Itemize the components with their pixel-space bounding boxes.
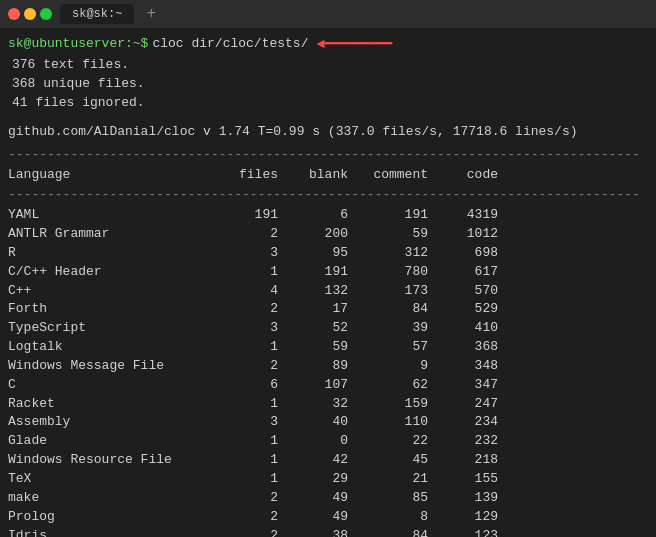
row-comment: 85 [358, 489, 438, 508]
row-files: 2 [228, 300, 288, 319]
stats-lines: 376 text files. 368 unique files. 41 fil… [8, 56, 648, 113]
row-code: 570 [438, 282, 508, 301]
table-row: Idris 2 38 84 123 [8, 527, 648, 537]
row-files: 1 [228, 432, 288, 451]
maximize-button[interactable] [40, 8, 52, 20]
prompt-user-host: sk@ubuntuserver:~$ [8, 35, 148, 54]
row-blank: 0 [288, 432, 358, 451]
row-files: 1 [228, 395, 288, 414]
row-comment: 173 [358, 282, 438, 301]
row-lang: Assembly [8, 413, 228, 432]
col-code-header: code [438, 166, 508, 185]
row-comment: 312 [358, 244, 438, 263]
row-blank: 200 [288, 225, 358, 244]
row-comment: 159 [358, 395, 438, 414]
row-files: 191 [228, 206, 288, 225]
row-comment: 8 [358, 508, 438, 527]
arrow-icon: ◄━━━━━━━━ [316, 34, 392, 54]
row-code: 617 [438, 263, 508, 282]
row-comment: 191 [358, 206, 438, 225]
stat-line-3: 41 files ignored. [8, 94, 648, 113]
row-lang: TeX [8, 470, 228, 489]
row-code: 218 [438, 451, 508, 470]
table-row: Assembly 3 40 110 234 [8, 413, 648, 432]
row-blank: 49 [288, 508, 358, 527]
row-files: 4 [228, 282, 288, 301]
row-comment: 57 [358, 338, 438, 357]
row-blank: 29 [288, 470, 358, 489]
row-blank: 52 [288, 319, 358, 338]
row-comment: 39 [358, 319, 438, 338]
row-files: 2 [228, 508, 288, 527]
row-lang: YAML [8, 206, 228, 225]
row-blank: 49 [288, 489, 358, 508]
row-comment: 84 [358, 527, 438, 537]
row-lang: Windows Resource File [8, 451, 228, 470]
row-comment: 22 [358, 432, 438, 451]
add-tab-button[interactable]: + [142, 5, 160, 23]
table-header: Language files blank comment code [8, 166, 648, 185]
row-code: 129 [438, 508, 508, 527]
row-lang: Logtalk [8, 338, 228, 357]
row-lang: Forth [8, 300, 228, 319]
row-files: 1 [228, 451, 288, 470]
row-files: 2 [228, 527, 288, 537]
row-blank: 32 [288, 395, 358, 414]
tab-label: sk@sk:~ [72, 7, 122, 21]
row-files: 2 [228, 489, 288, 508]
blank-line [8, 113, 648, 119]
window-buttons [8, 8, 52, 20]
stat-line-2: 368 unique files. [8, 75, 648, 94]
row-code: 234 [438, 413, 508, 432]
row-files: 1 [228, 263, 288, 282]
minimize-button[interactable] [24, 8, 36, 20]
row-files: 1 [228, 470, 288, 489]
row-files: 2 [228, 357, 288, 376]
row-lang: Glade [8, 432, 228, 451]
stat-line-1: 376 text files. [8, 56, 648, 75]
row-lang: C [8, 376, 228, 395]
row-lang: TypeScript [8, 319, 228, 338]
row-code: 698 [438, 244, 508, 263]
table-row: Glade 1 0 22 232 [8, 432, 648, 451]
separator-top: ----------------------------------------… [8, 146, 648, 165]
col-files-header: files [228, 166, 288, 185]
row-code: 529 [438, 300, 508, 319]
table-row: make 2 49 85 139 [8, 489, 648, 508]
table-row: Windows Resource File 1 42 45 218 [8, 451, 648, 470]
prompt-command: cloc dir/cloc/tests/ [152, 35, 308, 54]
row-code: 1012 [438, 225, 508, 244]
table-row: C 6 107 62 347 [8, 376, 648, 395]
row-comment: 45 [358, 451, 438, 470]
row-lang: ANTLR Grammar [8, 225, 228, 244]
row-files: 3 [228, 319, 288, 338]
row-blank: 107 [288, 376, 358, 395]
row-comment: 9 [358, 357, 438, 376]
tab[interactable]: sk@sk:~ [60, 4, 134, 24]
table-row: Forth 2 17 84 529 [8, 300, 648, 319]
table-row: ANTLR Grammar 2 200 59 1012 [8, 225, 648, 244]
row-comment: 59 [358, 225, 438, 244]
row-files: 3 [228, 413, 288, 432]
row-blank: 59 [288, 338, 358, 357]
title-bar: sk@sk:~ + [0, 0, 656, 28]
row-files: 6 [228, 376, 288, 395]
row-lang: make [8, 489, 228, 508]
table-body: YAML 191 6 191 4319 ANTLR Grammar 2 200 … [8, 206, 648, 537]
row-code: 232 [438, 432, 508, 451]
row-comment: 780 [358, 263, 438, 282]
row-code: 4319 [438, 206, 508, 225]
row-blank: 42 [288, 451, 358, 470]
row-code: 123 [438, 527, 508, 537]
prompt-line: sk@ubuntuserver:~$ cloc dir/cloc/tests/ … [8, 34, 648, 54]
row-files: 1 [228, 338, 288, 357]
row-code: 155 [438, 470, 508, 489]
row-blank: 191 [288, 263, 358, 282]
close-button[interactable] [8, 8, 20, 20]
row-code: 247 [438, 395, 508, 414]
row-lang: Prolog [8, 508, 228, 527]
row-code: 139 [438, 489, 508, 508]
row-blank: 38 [288, 527, 358, 537]
row-comment: 62 [358, 376, 438, 395]
row-code: 348 [438, 357, 508, 376]
